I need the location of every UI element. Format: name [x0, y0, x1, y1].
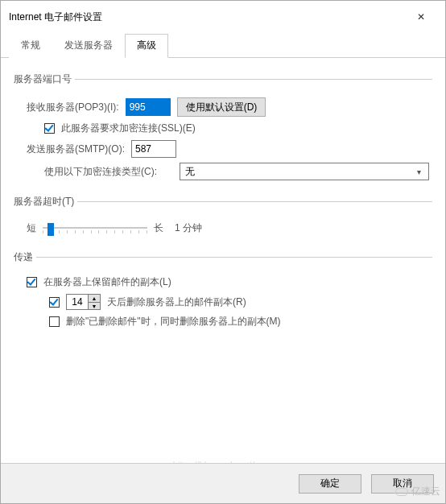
spinner-down-icon[interactable]: ▼: [89, 302, 100, 309]
tab-label: 发送服务器: [64, 39, 113, 51]
button-label: 确定: [320, 477, 340, 490]
dialog-body: 服务器端口号 接收服务器(POP3)(I): 使用默认设置(D) 此服务器要求加…: [1, 58, 445, 337]
ssl-checkbox[interactable]: [44, 123, 55, 134]
window-title: Internet 电子邮件设置: [9, 10, 102, 24]
remove-after-days-checkbox[interactable]: [49, 297, 60, 308]
timeout-slider[interactable]: [43, 220, 147, 236]
group-server-timeout: 服务器超时(T) 短 长 1 分钟: [14, 195, 432, 244]
encryption-type-label: 使用以下加密连接类型(C):: [44, 165, 173, 179]
dialog-footer: 确定 取消: [1, 463, 445, 503]
group-legend: 服务器端口号: [14, 72, 75, 86]
days-value: 14: [67, 296, 88, 308]
tab-outgoing-server[interactable]: 发送服务器: [52, 34, 125, 58]
tab-strip: 常规 发送服务器 高级: [1, 33, 445, 58]
group-legend: 服务器超时(T): [14, 195, 77, 209]
select-value: 无: [185, 165, 195, 179]
pop3-label: 接收服务器(POP3)(I):: [27, 101, 119, 114]
timeout-short-label: 短: [27, 221, 36, 235]
dialog-window: Internet 电子邮件设置 ✕ 常规 发送服务器 高级 服务器端口号 接收服…: [0, 0, 446, 504]
slider-thumb[interactable]: [47, 223, 54, 236]
smtp-port-input[interactable]: [131, 140, 176, 158]
timeout-value: 1 分钟: [175, 221, 202, 235]
spinner-up-icon[interactable]: ▲: [89, 295, 100, 302]
group-delivery: 传递 在服务器上保留邮件的副本(L) 14 ▲ ▼ 天后删除服务器上的邮件副本(…: [14, 250, 432, 337]
smtp-label: 发送服务器(SMTP)(O):: [27, 143, 125, 156]
tab-general[interactable]: 常规: [9, 34, 52, 58]
remove-when-deleted-label: 删除"已删除邮件"时，同时删除服务器上的副本(M): [66, 315, 281, 328]
button-label: 取消: [393, 477, 412, 490]
close-icon: ✕: [417, 11, 425, 23]
days-spinner[interactable]: 14 ▲ ▼: [66, 294, 101, 310]
group-legend: 传递: [14, 250, 36, 264]
tab-advanced[interactable]: 高级: [125, 34, 168, 58]
keep-copy-checkbox[interactable]: [27, 277, 37, 287]
titlebar: Internet 电子邮件设置 ✕: [1, 1, 445, 31]
pop3-port-input[interactable]: [126, 98, 171, 116]
slider-track: [43, 227, 147, 229]
keep-copy-label: 在服务器上保留邮件的副本(L): [43, 275, 171, 289]
remove-after-days-label: 天后删除服务器上的邮件副本(R): [107, 295, 246, 309]
spinner-arrows: ▲ ▼: [88, 295, 100, 309]
ssl-label: 此服务器要求加密连接(SSL)(E): [61, 122, 196, 135]
remove-when-deleted-checkbox[interactable]: [49, 316, 60, 327]
close-button[interactable]: ✕: [405, 7, 437, 27]
tab-label: 常规: [21, 39, 40, 51]
cancel-button[interactable]: 取消: [371, 474, 434, 494]
tab-label: 高级: [137, 39, 156, 51]
group-server-ports: 服务器端口号 接收服务器(POP3)(I): 使用默认设置(D) 此服务器要求加…: [14, 72, 432, 188]
encryption-type-select[interactable]: 无 ▾: [180, 163, 429, 180]
slider-ticks: [43, 230, 147, 233]
use-defaults-button[interactable]: 使用默认设置(D): [177, 97, 266, 117]
ok-button[interactable]: 确定: [299, 474, 361, 494]
timeout-long-label: 长: [154, 221, 163, 235]
chevron-down-icon: ▾: [412, 167, 425, 176]
button-label: 使用默认设置(D): [186, 101, 258, 114]
